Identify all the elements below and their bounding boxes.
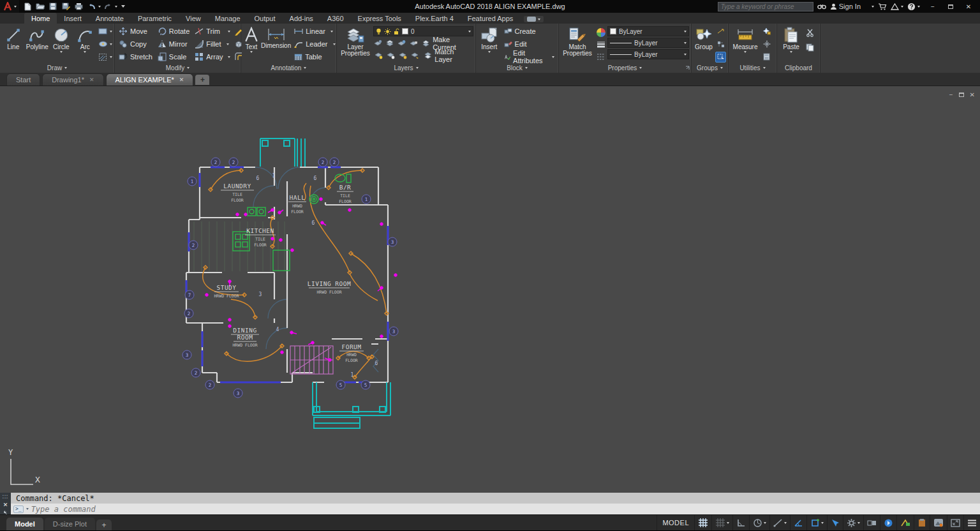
chevron-down-icon[interactable] bbox=[110, 31, 112, 33]
chevron-down-icon[interactable] bbox=[110, 43, 112, 45]
ribbon-display-toggle[interactable] bbox=[524, 16, 544, 22]
copy-clip-button[interactable] bbox=[805, 42, 815, 53]
close-icon[interactable]: ✕ bbox=[179, 77, 184, 83]
undo-button[interactable] bbox=[85, 1, 97, 11]
trim-button[interactable]: Trim bbox=[193, 26, 232, 38]
clipboard-panel-label[interactable]: Clipboard bbox=[777, 63, 820, 73]
new-drawing-tab-button[interactable]: + bbox=[195, 75, 209, 85]
layers-panel-label[interactable]: Layers bbox=[337, 63, 475, 73]
close-button[interactable]: ✕ bbox=[960, 1, 977, 12]
workspace-switching-button[interactable] bbox=[914, 515, 930, 530]
rotate-button[interactable]: Rotate bbox=[156, 26, 191, 38]
model-space-canvas[interactable]: − ✕ bbox=[0, 86, 980, 493]
tab-manage[interactable]: Manage bbox=[208, 13, 248, 24]
quick-select-button[interactable] bbox=[761, 26, 772, 37]
plot-button[interactable] bbox=[73, 1, 84, 11]
save-as-button[interactable] bbox=[60, 1, 71, 11]
modify-panel-label[interactable]: Modify bbox=[115, 63, 241, 73]
layer-thaw-button[interactable] bbox=[385, 50, 396, 61]
table-button[interactable]: Table bbox=[292, 51, 337, 63]
search-icon[interactable] bbox=[817, 3, 826, 10]
layer-properties-button[interactable]: LayerProperties bbox=[339, 25, 372, 63]
new-layout-button[interactable]: + bbox=[96, 520, 112, 530]
grid-display-toggle[interactable] bbox=[694, 515, 711, 530]
save-button[interactable] bbox=[47, 1, 59, 11]
scale-button[interactable]: Scale bbox=[156, 51, 191, 63]
match-properties-button[interactable]: MatchProperties bbox=[561, 25, 594, 63]
undo-dropdown[interactable] bbox=[98, 6, 101, 8]
graphics-performance-toggle[interactable] bbox=[880, 515, 896, 530]
group-button[interactable]: Group bbox=[694, 25, 714, 63]
text-button[interactable]: Text bbox=[243, 25, 260, 63]
hatch-button[interactable] bbox=[98, 52, 108, 63]
layer-freeze-button[interactable] bbox=[397, 38, 407, 49]
layer-walk-button[interactable] bbox=[410, 50, 420, 61]
layout-tab-d-size-plot[interactable]: D-size Plot bbox=[45, 518, 95, 530]
chevron-down-icon[interactable] bbox=[110, 56, 112, 58]
group-edit-button[interactable] bbox=[715, 39, 726, 50]
customization-menu-button[interactable] bbox=[963, 515, 980, 530]
help-icon[interactable] bbox=[907, 3, 920, 11]
ellipse-button[interactable] bbox=[98, 39, 108, 50]
annotation-panel-label[interactable]: Annotation bbox=[241, 63, 336, 73]
drawing-restore-button[interactable] bbox=[959, 93, 964, 97]
sign-in-button[interactable]: Sign In bbox=[830, 3, 874, 10]
tab-plex-earth[interactable]: Plex.Earth 4 bbox=[408, 13, 461, 24]
block-panel-label[interactable]: Block bbox=[476, 63, 558, 73]
command-line-grip[interactable]: •••••• ✕ bbox=[0, 493, 11, 514]
tab-annotate[interactable]: Annotate bbox=[89, 13, 131, 24]
copy-button[interactable]: Copy bbox=[117, 38, 154, 50]
object-snap-toggle[interactable] bbox=[806, 515, 827, 530]
tab-express-tools[interactable]: Express Tools bbox=[351, 13, 408, 24]
move-button[interactable]: Move bbox=[117, 26, 154, 38]
cut-button[interactable] bbox=[805, 27, 815, 38]
clean-screen-button[interactable] bbox=[947, 515, 963, 530]
match-layer-button[interactable]: Match Layer bbox=[422, 50, 473, 61]
tab-featured-apps[interactable]: Featured Apps bbox=[461, 13, 521, 24]
quick-calc-button[interactable] bbox=[761, 52, 772, 63]
annotation-monitor-button[interactable] bbox=[930, 515, 947, 530]
paste-button[interactable]: Paste bbox=[779, 25, 803, 63]
floor-plan[interactable]: 2 2 2 2 1 1 2 3 7 2 3 2 2 3 3 5 5 1 bbox=[0, 86, 980, 493]
close-icon[interactable]: ✕ bbox=[89, 77, 94, 83]
properties-dialog-launcher[interactable] bbox=[685, 64, 690, 71]
arc-button[interactable]: Arc bbox=[74, 25, 97, 63]
application-menu-button[interactable] bbox=[0, 0, 19, 13]
tab-insert[interactable]: Insert bbox=[57, 13, 89, 24]
stretch-button[interactable]: Stretch bbox=[117, 51, 154, 63]
restore-button[interactable] bbox=[942, 1, 960, 12]
ortho-mode-toggle[interactable] bbox=[769, 515, 790, 530]
drawing-close-button[interactable]: ✕ bbox=[970, 91, 975, 98]
group-selection-toggle[interactable] bbox=[715, 52, 726, 63]
model-space-toggle[interactable]: MODEL bbox=[657, 515, 694, 530]
rectangle-button[interactable] bbox=[98, 26, 108, 37]
object-color-select[interactable]: ByLayer bbox=[607, 26, 689, 36]
polar-tracking-toggle[interactable] bbox=[790, 515, 806, 530]
object-snap-tracking-toggle[interactable] bbox=[827, 515, 843, 530]
polyline-button[interactable]: Polyline bbox=[26, 25, 49, 63]
layer-lock-button[interactable] bbox=[409, 38, 419, 49]
measure-button[interactable]: Measure bbox=[731, 25, 760, 63]
command-prompt-icon[interactable]: >_ bbox=[13, 505, 24, 513]
infer-constraints-toggle[interactable] bbox=[732, 515, 749, 530]
make-current-button[interactable]: Make Current bbox=[420, 38, 473, 49]
edit-block-button[interactable]: Edit bbox=[502, 38, 556, 50]
layer-isolate-button[interactable] bbox=[385, 38, 396, 49]
recent-commands-dropdown[interactable] bbox=[26, 508, 29, 510]
tab-home[interactable]: Home bbox=[24, 13, 57, 24]
dynamic-input-toggle[interactable] bbox=[749, 515, 769, 530]
open-button[interactable] bbox=[34, 1, 46, 11]
linear-button[interactable]: Linear bbox=[292, 26, 337, 38]
circle-button[interactable]: Circle bbox=[50, 25, 73, 63]
groups-panel-label[interactable]: Groups bbox=[692, 63, 728, 73]
dimension-button[interactable]: Dimension bbox=[261, 25, 291, 63]
layout-tab-model[interactable]: Model bbox=[6, 518, 43, 530]
tab-view[interactable]: View bbox=[179, 13, 208, 24]
layer-on-all-button[interactable] bbox=[373, 50, 383, 61]
tab-output[interactable]: Output bbox=[248, 13, 283, 24]
linetype-select[interactable]: ByLayer bbox=[607, 49, 689, 59]
command-input[interactable] bbox=[31, 505, 980, 514]
lineweight-select[interactable]: ByLayer bbox=[607, 38, 689, 48]
command-close-icon[interactable]: ✕ bbox=[3, 502, 8, 508]
tab-parametric[interactable]: Parametric bbox=[131, 13, 179, 24]
